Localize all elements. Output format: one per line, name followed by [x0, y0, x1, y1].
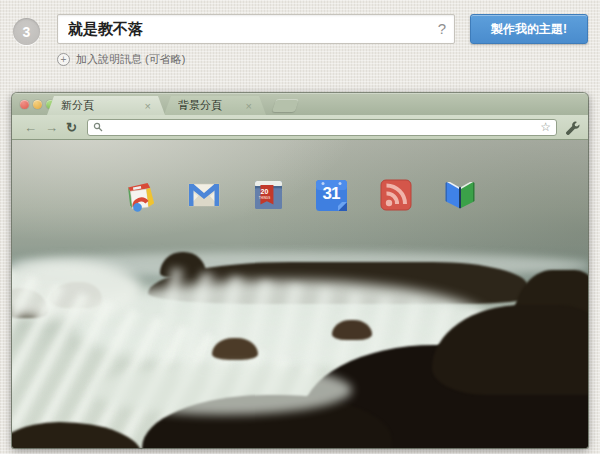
book-badge-number: 20 — [258, 188, 271, 195]
search-icon — [93, 122, 103, 132]
app-google-calendar-icon[interactable]: 31 — [314, 177, 350, 213]
tab-strip: 新分頁 × 背景分頁 × — [12, 93, 588, 115]
add-description-label: 加入說明訊息 (可省略) — [76, 52, 185, 67]
back-icon[interactable]: ← — [20, 121, 41, 134]
app-shortcuts-row: 20 THINGS 31 — [122, 177, 478, 213]
tab-label: 新分頁 — [61, 98, 139, 113]
omnibox-input[interactable] — [103, 121, 540, 134]
photo-rock-midfoam-1 — [212, 338, 258, 360]
reload-icon[interactable]: ↻ — [62, 121, 81, 134]
wrench-menu-icon[interactable] — [565, 120, 580, 135]
step-number-badge: 3 — [13, 18, 40, 45]
tab-close-icon[interactable]: × — [145, 100, 151, 112]
omnibox[interactable]: ☆ — [87, 119, 557, 136]
theme-title-input[interactable] — [57, 14, 455, 44]
app-20-things-book-icon[interactable]: 20 THINGS — [250, 177, 286, 213]
add-description-link[interactable]: + 加入說明訊息 (可省略) — [57, 52, 185, 67]
close-window-icon[interactable] — [20, 100, 29, 109]
new-tab-button[interactable] — [272, 99, 299, 112]
tab-background-tab[interactable]: 背景分頁 × — [164, 96, 266, 115]
bookmark-star-icon[interactable]: ☆ — [540, 120, 551, 134]
app-google-books-icon[interactable] — [442, 177, 478, 213]
app-chrome-web-store-icon[interactable] — [122, 177, 158, 213]
photo-rock-midfoam-2 — [332, 320, 372, 340]
tab-close-icon[interactable]: × — [246, 100, 252, 112]
new-tab-page-photo: 20 THINGS 31 — [12, 140, 588, 448]
window-controls — [20, 100, 55, 109]
tab-label: 背景分頁 — [178, 98, 240, 113]
plus-icon: + — [57, 53, 70, 66]
photo-foam-lower — [92, 365, 352, 415]
browser-preview-window: 新分頁 × 背景分頁 × ← → ↻ ☆ — [12, 93, 588, 448]
forward-icon[interactable]: → — [41, 121, 62, 134]
make-theme-button[interactable]: 製作我的主題! — [470, 14, 588, 44]
tab-new-tab[interactable]: 新分頁 × — [47, 96, 165, 115]
app-gmail-icon[interactable] — [186, 177, 222, 213]
app-google-reader-icon[interactable] — [378, 177, 414, 213]
minimize-window-icon[interactable] — [33, 100, 42, 109]
calendar-date-label: 31 — [314, 184, 348, 204]
theme-title-field-wrap: ? — [57, 14, 455, 44]
browser-toolbar: ← → ↻ ☆ — [12, 115, 588, 140]
book-badge-caption: THINGS — [258, 196, 271, 200]
help-icon[interactable]: ? — [438, 20, 446, 37]
